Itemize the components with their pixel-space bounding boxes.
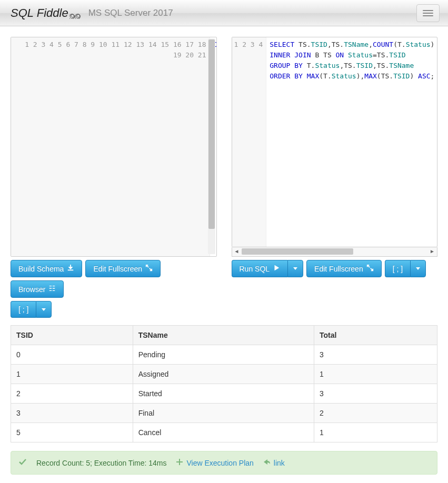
svg-rect-0 <box>68 270 74 271</box>
schema-panel: 1 2 3 4 5 6 7 8 9 10 11 12 13 14 15 16 1… <box>11 37 217 318</box>
query-terminator-button[interactable]: [ ; ] <box>385 260 410 277</box>
caret-down-icon <box>293 267 297 270</box>
caret-down-icon <box>416 267 420 270</box>
query-terminator-group: [ ; ] <box>385 260 426 277</box>
results-section: TSIDTSNameTotal 0Pending31Assigned12Star… <box>0 325 448 442</box>
schema-editor[interactable]: 1 2 3 4 5 6 7 8 9 10 11 12 13 14 15 16 1… <box>11 37 217 257</box>
query-panel: 1 2 3 4 SELECT TS.TSID,TS.TSName,COUNT(T… <box>232 37 438 318</box>
query-terminator-label: [ ; ] <box>393 265 403 273</box>
table-cell: 0 <box>11 345 133 365</box>
scroll-thumb[interactable] <box>242 248 353 255</box>
table-cell: Cancel <box>133 423 314 442</box>
table-cell: Pending <box>133 345 314 365</box>
browser-button[interactable]: Browser <box>11 280 64 298</box>
permalink-group: link <box>263 458 285 467</box>
view-plan-group: View Execution Plan <box>176 458 253 467</box>
schema-scrollbar-thumb[interactable] <box>208 39 215 229</box>
fullscreen-icon <box>145 264 153 273</box>
play-icon <box>273 264 280 273</box>
query-line-gutter: 1 2 3 4 <box>232 37 267 247</box>
schema-terminator-button[interactable]: [ ; ] <box>11 301 36 318</box>
database-type-label[interactable]: MS SQL Server 2017 <box>88 8 173 18</box>
schema-terminator-dropdown[interactable] <box>36 301 52 318</box>
table-row: 3Final2 <box>11 404 437 423</box>
brand-text: SQL Fiddle <box>11 6 68 20</box>
table-row: 5Cancel1 <box>11 423 437 442</box>
schema-button-row: Build Schema Edit Fullscreen Browser <box>11 260 217 298</box>
table-cell: 2 <box>11 384 133 404</box>
results-column-header: TSName <box>133 326 314 345</box>
schema-scrollbar-vertical[interactable] <box>208 38 215 254</box>
caret-down-icon <box>42 308 46 311</box>
table-cell: Started <box>133 384 314 404</box>
brand-icon <box>69 8 82 18</box>
table-row: 2Started3 <box>11 384 437 404</box>
table-cell: Final <box>133 404 314 423</box>
results-column-header: Total <box>314 326 437 345</box>
browser-icon <box>48 285 56 294</box>
table-cell: 2 <box>314 404 437 423</box>
build-schema-label: Build Schema <box>18 265 64 273</box>
check-icon <box>18 458 27 468</box>
run-sql-group: Run SQL <box>232 260 304 277</box>
schema-edit-fullscreen-button[interactable]: Edit Fullscreen <box>85 260 161 277</box>
run-sql-button[interactable]: Run SQL <box>232 260 288 277</box>
download-icon <box>67 264 74 273</box>
table-cell: 1 <box>11 365 133 384</box>
query-button-row: Run SQL Edit Fullscreen [ ; ] <box>232 260 438 277</box>
scroll-right-arrow-icon[interactable]: ► <box>427 247 437 256</box>
table-cell: 3 <box>314 345 437 365</box>
table-cell: 5 <box>11 423 133 442</box>
query-code-area[interactable]: SELECT TS.TSID,TS.TSName,COUNT(T.Status)… <box>266 37 437 247</box>
query-scrollbar-horizontal[interactable]: ◄ ► <box>232 247 438 257</box>
browser-label: Browser <box>18 285 45 294</box>
navbar: SQL Fiddle MS SQL Server 2017 <box>0 0 448 26</box>
query-edit-fullscreen-label: Edit Fullscreen <box>314 265 363 273</box>
schema-terminator-label: [ ; ] <box>18 305 28 314</box>
results-column-header: TSID <box>11 326 133 345</box>
query-editor[interactable]: 1 2 3 4 SELECT TS.TSID,TS.TSName,COUNT(T… <box>232 37 438 247</box>
query-terminator-dropdown[interactable] <box>410 260 426 277</box>
nav-toggle-button[interactable] <box>416 4 440 22</box>
schema-edit-fullscreen-label: Edit Fullscreen <box>93 265 142 273</box>
table-row: 0Pending3 <box>11 345 437 365</box>
table-cell: 1 <box>314 365 437 384</box>
table-row: 1Assigned1 <box>11 365 437 384</box>
plus-icon <box>176 458 183 467</box>
run-sql-dropdown[interactable] <box>287 260 303 277</box>
view-execution-plan-link[interactable]: View Execution Plan <box>186 459 253 467</box>
schema-terminator-group: [ ; ] <box>11 301 52 318</box>
table-cell: 3 <box>314 384 437 404</box>
scroll-track[interactable] <box>242 248 428 255</box>
brand[interactable]: SQL Fiddle <box>11 6 82 20</box>
execution-status-bar: Record Count: 5; Execution Time: 14ms Vi… <box>11 451 437 475</box>
query-edit-fullscreen-button[interactable]: Edit Fullscreen <box>306 260 382 277</box>
scroll-left-arrow-icon[interactable]: ◄ <box>232 247 242 256</box>
results-table: TSIDTSNameTotal 0Pending31Assigned12Star… <box>11 325 437 442</box>
donate-message: Did this query solve the problem? If so,… <box>0 480 448 483</box>
fullscreen-icon <box>366 264 374 273</box>
permalink-link[interactable]: link <box>274 459 285 467</box>
build-schema-button[interactable]: Build Schema <box>11 260 82 277</box>
table-cell: 3 <box>11 404 133 423</box>
table-cell: Assigned <box>133 365 314 384</box>
table-cell: 1 <box>314 423 437 442</box>
share-icon <box>263 458 271 467</box>
run-sql-label: Run SQL <box>240 265 270 273</box>
schema-line-gutter: 1 2 3 4 5 6 7 8 9 10 11 12 13 14 15 16 1… <box>11 37 210 256</box>
editor-panels: 1 2 3 4 5 6 7 8 9 10 11 12 13 14 15 16 1… <box>0 26 448 322</box>
schema-terminator-row: [ ; ] <box>11 301 217 318</box>
record-count-text: Record Count: 5; Execution Time: 14ms <box>36 459 166 467</box>
results-header-row: TSIDTSNameTotal <box>11 326 437 345</box>
